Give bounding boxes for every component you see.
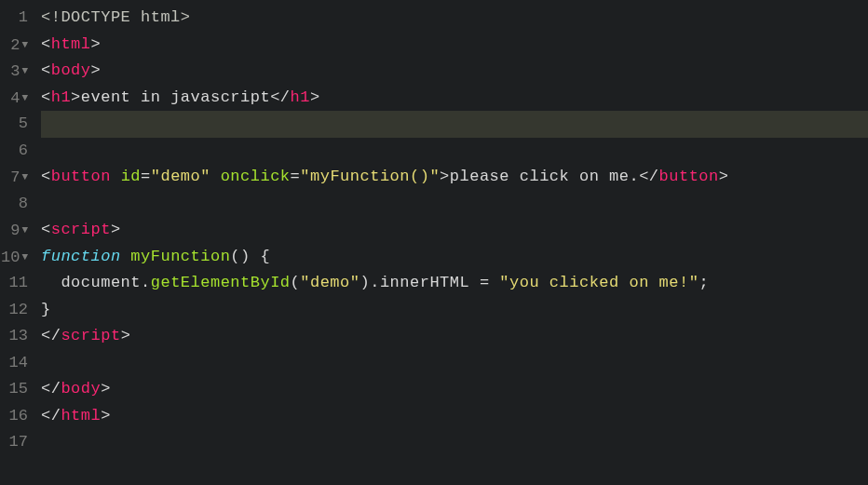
code-line[interactable]: <script> xyxy=(41,217,868,244)
line-number: 8 xyxy=(0,191,31,218)
line-number: 14 xyxy=(0,350,31,377)
code-editor[interactable]: 1 2▼ 3▼ 4▼ 5 6 7▼ 8 9▼ 10▼ 11 12 13 14 1… xyxy=(0,0,868,485)
code-line[interactable]: </html> xyxy=(41,403,868,430)
line-number: 12 xyxy=(0,297,31,324)
fold-toggle-icon[interactable]: ▼ xyxy=(21,32,28,59)
line-number: 3▼ xyxy=(0,58,31,85)
code-line[interactable] xyxy=(41,429,868,456)
code-line[interactable]: <h1>event in javascript</h1> xyxy=(41,85,868,112)
code-line[interactable]: function myFunction() { xyxy=(41,244,868,271)
line-number: 15 xyxy=(0,376,31,403)
line-number: 2▼ xyxy=(0,32,31,59)
line-number-gutter: 1 2▼ 3▼ 4▼ 5 6 7▼ 8 9▼ 10▼ 11 12 13 14 1… xyxy=(0,5,35,485)
code-line[interactable]: <button id="demo" onclick="myFunction()"… xyxy=(41,164,868,191)
doctype-token: <!DOCTYPE html> xyxy=(41,8,191,26)
fold-toggle-icon[interactable]: ▼ xyxy=(21,164,28,191)
fold-toggle-icon[interactable]: ▼ xyxy=(21,217,28,244)
fold-toggle-icon[interactable]: ▼ xyxy=(21,58,28,85)
code-line[interactable]: <!DOCTYPE html> xyxy=(41,5,868,32)
code-line-active[interactable] xyxy=(41,111,868,138)
code-line[interactable] xyxy=(41,191,868,218)
code-area[interactable]: <!DOCTYPE html> <html> <body> <h1>event … xyxy=(35,5,868,485)
fold-toggle-icon[interactable]: ▼ xyxy=(21,244,28,271)
code-line[interactable]: <html> xyxy=(41,32,868,59)
code-line[interactable]: } xyxy=(41,297,868,324)
line-number: 1 xyxy=(0,5,31,32)
line-number: 16 xyxy=(0,403,31,430)
line-number: 6 xyxy=(0,138,31,165)
line-number: 5 xyxy=(0,111,31,138)
code-line[interactable]: <body> xyxy=(41,58,868,85)
line-number: 7▼ xyxy=(0,164,31,191)
code-line[interactable]: </script> xyxy=(41,323,868,350)
code-line[interactable]: document.getElementById("demo").innerHTM… xyxy=(41,270,868,297)
code-line[interactable] xyxy=(41,138,868,165)
code-line[interactable] xyxy=(41,350,868,377)
fold-toggle-icon[interactable]: ▼ xyxy=(21,85,28,112)
line-number: 11 xyxy=(0,270,31,297)
code-line[interactable]: </body> xyxy=(41,376,868,403)
line-number: 4▼ xyxy=(0,85,31,112)
line-number: 13 xyxy=(0,323,31,350)
line-number: 17 xyxy=(0,429,31,456)
line-number: 9▼ xyxy=(0,217,31,244)
line-number: 10▼ xyxy=(0,244,31,271)
